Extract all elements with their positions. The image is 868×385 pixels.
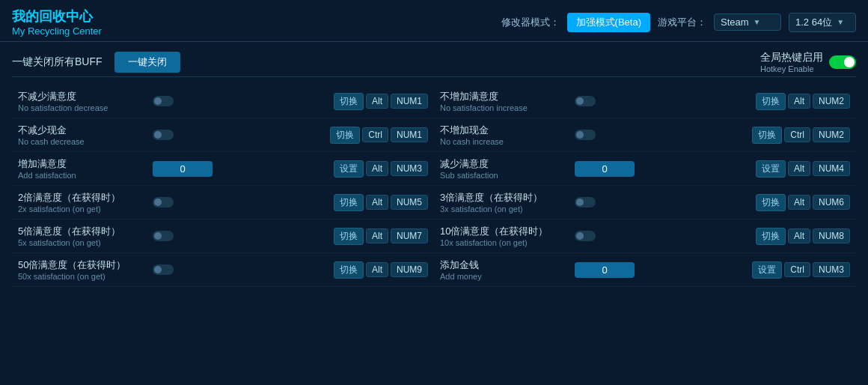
row-5-right-mod-key[interactable]: Ctrl [784, 262, 810, 277]
hotkey-en: Hotkey Enable [760, 64, 823, 73]
row-5-left-toggle[interactable] [153, 264, 174, 275]
row-4-right-label: 10倍满意度（在获得时）10x satisfaction (on get) [440, 225, 575, 247]
mode-label: 修改器模式： [501, 16, 560, 29]
row-cn: 不增加满意度 [440, 90, 575, 103]
row-cn: 不增加现金 [440, 124, 575, 137]
row-1-right-toggle[interactable] [575, 130, 596, 140]
row-0-right-mod-key[interactable]: Alt [788, 94, 810, 109]
row-en: Sub satisfaction [440, 171, 575, 180]
title-cn: 我的回收中心 [12, 7, 102, 25]
row-1-right-action-btn[interactable]: 切换 [752, 127, 782, 144]
title-block: 我的回收中心 My Recycling Center [12, 7, 102, 37]
row-cn: 2倍满意度（在获得时） [18, 191, 153, 204]
row-1-left-mod-key[interactable]: Ctrl [362, 127, 388, 142]
row-4-left-hotkeys: 切换AltNUM7 [334, 228, 428, 245]
row-1-right-key[interactable]: NUM2 [813, 127, 850, 142]
row-2-right-key[interactable]: NUM4 [813, 161, 850, 176]
title-en: My Recycling Center [12, 25, 102, 37]
row-3-right-label: 3倍满意度（在获得时）3x satisfaction (on get) [440, 191, 575, 213]
row-en: Add money [440, 272, 575, 281]
row-2-left-key[interactable]: NUM3 [391, 161, 428, 176]
row-5-left-mod-key[interactable]: Alt [366, 262, 388, 277]
row-5-left-key[interactable]: NUM9 [391, 262, 428, 277]
row-0-left-label: 不减少满意度No satisfaction decrease [18, 90, 153, 112]
row-5-right-hotkeys: 设置CtrlNUM3 [752, 261, 850, 279]
row-4-left-key[interactable]: NUM7 [391, 228, 428, 243]
row-1-right: 不增加现金No cash increase切换CtrlNUM2 [434, 118, 856, 152]
row-3-left-mod-key[interactable]: Alt [366, 195, 388, 210]
row-4-right-mod-key[interactable]: Alt [788, 228, 810, 243]
row-0-left-action-btn[interactable]: 切换 [334, 93, 364, 110]
feature-grid: 不减少满意度No satisfaction decrease切换AltNUM1不… [12, 85, 856, 287]
row-2-left-mod-key[interactable]: Alt [366, 161, 388, 176]
row-4-right-key[interactable]: NUM8 [813, 228, 850, 243]
row-2-left-label: 增加满意度Add satisfaction [18, 157, 153, 180]
platform-label: 游戏平台： [658, 16, 706, 29]
row-3-right-toggle[interactable] [575, 197, 596, 207]
row-en: No satisfaction decrease [18, 103, 153, 112]
row-1-left-key[interactable]: NUM1 [391, 127, 428, 142]
close-all-button[interactable]: 一键关闭 [114, 52, 180, 73]
row-en: No cash increase [440, 137, 575, 146]
row-5-left: 50倍满意度（在获得时）50x satisfaction (on get)切换A… [12, 253, 434, 287]
row-3-left-hotkeys: 切换AltNUM5 [334, 194, 428, 211]
row-2-right-action-btn[interactable]: 设置 [756, 160, 786, 178]
row-5-right-key[interactable]: NUM3 [813, 262, 850, 277]
row-0-left-hotkeys: 切换AltNUM1 [334, 93, 428, 110]
row-3-left-action-btn[interactable]: 切换 [334, 194, 364, 211]
row-cn: 50倍满意度（在获得时） [18, 258, 153, 272]
row-3-right-key[interactable]: NUM6 [813, 195, 850, 210]
row-3-right-action-btn[interactable]: 切换 [756, 194, 786, 211]
row-0-right-key[interactable]: NUM2 [813, 94, 850, 109]
header: 我的回收中心 My Recycling Center 修改器模式： 加强模式(B… [0, 0, 868, 42]
row-5-left-action-btn[interactable]: 切换 [334, 261, 364, 279]
row-4-left-action-btn[interactable]: 切换 [334, 228, 364, 245]
row-5-right-action-btn[interactable]: 设置 [752, 261, 782, 279]
row-2-left-hotkeys: 设置AltNUM3 [334, 160, 428, 178]
row-cn: 5倍满意度（在获得时） [18, 225, 153, 238]
row-1-right-hotkeys: 切换CtrlNUM2 [752, 127, 850, 144]
row-5-right: 添加金钱Add money设置CtrlNUM3 [434, 253, 856, 287]
hotkey-toggle[interactable] [829, 55, 856, 69]
row-0-right-toggle[interactable] [575, 96, 596, 106]
row-1-left-toggle[interactable] [153, 130, 174, 140]
row-3-right-mod-key[interactable]: Alt [788, 195, 810, 210]
row-4-left-mod-key[interactable]: Alt [366, 228, 388, 243]
row-cn: 增加满意度 [18, 157, 153, 171]
version-dropdown[interactable]: 1.2 64位 ▼ [789, 13, 856, 32]
row-2-left-action-btn[interactable]: 设置 [334, 160, 364, 178]
row-0-left-key[interactable]: NUM1 [391, 94, 428, 109]
row-5-right-label: 添加金钱Add money [440, 258, 575, 281]
row-4-right: 10倍满意度（在获得时）10x satisfaction (on get)切换A… [434, 219, 856, 253]
row-2-left-input[interactable] [153, 161, 213, 177]
row-2-left: 增加满意度Add satisfaction设置AltNUM3 [12, 152, 434, 186]
row-en: 50x satisfaction (on get) [18, 272, 153, 281]
row-2-right-mod-key[interactable]: Alt [788, 161, 810, 176]
row-cn: 10倍满意度（在获得时） [440, 225, 575, 238]
row-0-left-mod-key[interactable]: Alt [366, 94, 388, 109]
row-3-left-toggle[interactable] [153, 197, 174, 207]
top-bar: 一键关闭所有BUFF 一键关闭 全局热键启用 Hotkey Enable [12, 48, 856, 77]
row-en: No satisfaction increase [440, 103, 575, 112]
row-3-left-key[interactable]: NUM5 [391, 195, 428, 210]
row-2-right-label: 减少满意度Sub satisfaction [440, 157, 575, 180]
mode-button[interactable]: 加强模式(Beta) [567, 13, 650, 32]
row-4-left-toggle[interactable] [153, 231, 174, 241]
row-1-left-label: 不减少现金No cash decrease [18, 124, 153, 146]
row-en: No cash decrease [18, 137, 153, 146]
row-3-left: 2倍满意度（在获得时）2x satisfaction (on get)切换Alt… [12, 186, 434, 219]
row-2-right: 减少满意度Sub satisfaction设置AltNUM4 [434, 152, 856, 186]
main-content: 一键关闭所有BUFF 一键关闭 全局热键启用 Hotkey Enable 不减少… [0, 42, 868, 293]
row-2-right-input[interactable] [575, 161, 635, 177]
row-0-left-toggle[interactable] [153, 96, 174, 106]
row-0-right-action-btn[interactable]: 切换 [756, 93, 786, 110]
platform-dropdown[interactable]: Steam ▼ [714, 13, 781, 31]
row-4-right-toggle[interactable] [575, 231, 596, 241]
row-0-right-label: 不增加满意度No satisfaction increase [440, 90, 575, 112]
row-5-left-hotkeys: 切换AltNUM9 [334, 261, 428, 279]
row-4-right-action-btn[interactable]: 切换 [756, 228, 786, 245]
row-5-right-input[interactable] [575, 262, 635, 278]
row-4-left: 5倍满意度（在获得时）5x satisfaction (on get)切换Alt… [12, 219, 434, 253]
row-1-left-action-btn[interactable]: 切换 [330, 127, 360, 144]
row-1-right-mod-key[interactable]: Ctrl [784, 127, 810, 142]
